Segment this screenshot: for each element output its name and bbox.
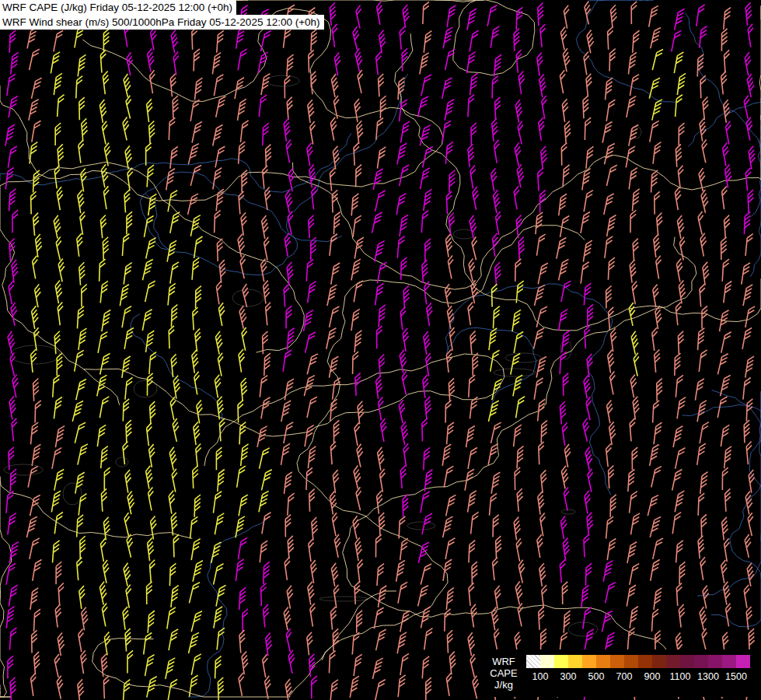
wind-barb xyxy=(584,2,595,25)
legend-swatch xyxy=(638,655,652,668)
wind-barb xyxy=(445,609,451,632)
wind-barb xyxy=(467,632,477,656)
wind-barb xyxy=(541,585,549,608)
wind-barb xyxy=(193,466,199,488)
wind-barb xyxy=(142,309,152,332)
wind-barb xyxy=(538,262,548,285)
wind-barb xyxy=(355,5,365,29)
wind-barb xyxy=(631,281,641,304)
wind-barb xyxy=(652,48,663,72)
wind-barb xyxy=(309,654,316,677)
wind-barb xyxy=(357,559,365,583)
wind-barb xyxy=(54,397,61,420)
wind-barb xyxy=(26,516,37,539)
wind-barb xyxy=(284,557,292,580)
wind-barb xyxy=(285,140,295,163)
wind-barb xyxy=(421,562,431,586)
wind-barb xyxy=(101,604,110,627)
wind-barb xyxy=(536,355,546,379)
wind-barb xyxy=(54,468,64,492)
wind-barb xyxy=(355,487,366,510)
wind-barb xyxy=(651,26,661,50)
wind-barb xyxy=(539,513,549,536)
wind-barb xyxy=(423,331,432,355)
wind-barb xyxy=(169,447,179,471)
wind-barb xyxy=(702,262,710,285)
wind-barb xyxy=(378,397,387,421)
wind-barb xyxy=(541,420,547,443)
wind-barb xyxy=(609,372,618,395)
wind-barb xyxy=(51,51,60,75)
wind-barb xyxy=(442,120,451,143)
wind-barb xyxy=(122,233,129,256)
wind-barb xyxy=(421,74,431,97)
wind-barb xyxy=(265,633,274,656)
wind-barb xyxy=(355,373,361,395)
wind-barb xyxy=(487,4,497,27)
wind-barb xyxy=(149,70,159,93)
wind-barb xyxy=(557,236,567,260)
wind-barb xyxy=(98,331,107,354)
wind-barb xyxy=(655,306,664,329)
wind-barb xyxy=(421,260,428,282)
wind-barb xyxy=(333,534,344,558)
wind-barb xyxy=(700,26,707,49)
wind-barb xyxy=(540,470,548,493)
wind-barb xyxy=(628,303,638,326)
wind-barb xyxy=(517,446,523,468)
wind-barb xyxy=(192,121,202,144)
wind-barb xyxy=(447,630,453,653)
wind-barb xyxy=(468,446,477,470)
wind-barb xyxy=(148,121,155,144)
wind-barb xyxy=(470,604,479,628)
wind-barb xyxy=(606,400,615,423)
wind-barb xyxy=(213,491,222,514)
wind-barb xyxy=(701,628,712,652)
wind-barb xyxy=(9,30,16,53)
wind-barb xyxy=(191,350,200,373)
wind-barb xyxy=(79,327,87,351)
wind-barb xyxy=(9,541,19,564)
wind-barb xyxy=(400,653,409,676)
wind-barb xyxy=(672,512,681,535)
wind-barb xyxy=(309,489,316,512)
wind-barb xyxy=(8,145,16,169)
wind-barb xyxy=(56,562,61,584)
wind-barb xyxy=(675,94,682,117)
wind-barb xyxy=(605,236,613,259)
wind-barb xyxy=(745,2,753,26)
wind-barb xyxy=(488,400,498,423)
wind-barb xyxy=(516,50,524,73)
wind-barb xyxy=(424,447,430,470)
wind-barb xyxy=(585,326,592,348)
wind-barb xyxy=(53,215,63,239)
wind-barb xyxy=(607,26,613,49)
wind-barb xyxy=(307,582,316,605)
wind-barb xyxy=(30,48,40,72)
wind-barb xyxy=(146,143,152,166)
wind-barb xyxy=(583,376,592,399)
wind-barb xyxy=(679,123,684,145)
wind-barb xyxy=(447,256,457,279)
wind-barb xyxy=(559,193,567,216)
wind-barb xyxy=(310,560,319,583)
wind-barb xyxy=(748,470,756,493)
contour-ring xyxy=(267,75,299,86)
wind-barb xyxy=(424,397,432,420)
wind-barb xyxy=(494,262,502,285)
wind-barb xyxy=(262,166,270,189)
wind-barb xyxy=(424,628,433,651)
wind-barb xyxy=(126,52,136,75)
wind-barb xyxy=(375,678,386,700)
wind-barb xyxy=(260,583,267,606)
wind-barb xyxy=(78,443,88,466)
wind-barb xyxy=(649,5,658,28)
wind-barb xyxy=(103,517,112,541)
wind-barb xyxy=(629,260,637,283)
wind-barb xyxy=(702,586,712,609)
wind-barb xyxy=(627,95,636,118)
wind-barb xyxy=(309,604,318,627)
wind-barb xyxy=(722,259,729,282)
wind-barb xyxy=(560,401,567,424)
wind-barb xyxy=(652,609,659,632)
